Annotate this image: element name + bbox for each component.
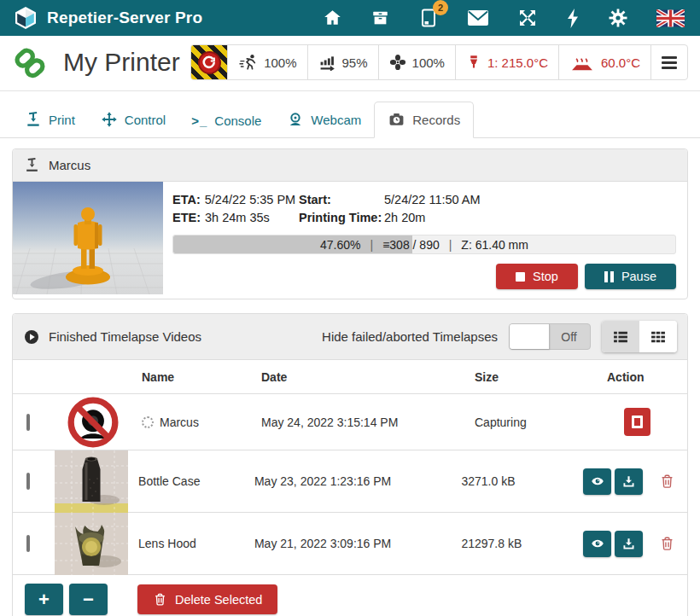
z-height: Z: 61.40 mm [461, 238, 528, 252]
app-logo-icon[interactable] [14, 6, 38, 30]
flow-segment[interactable]: 95% [307, 45, 378, 79]
stop-record-icon [632, 416, 643, 428]
bed-temp-segment[interactable]: 60.0°C [558, 45, 650, 79]
print-jobs-icon[interactable]: 2 [418, 7, 439, 29]
timelapse-size: 3271.0 kB [455, 474, 580, 488]
tab-console-label: Console [214, 113, 261, 128]
download-video-button[interactable] [615, 468, 643, 495]
job-details: ETA:5/24/22 5:35 PM Start:5/24/22 11:50 … [163, 182, 687, 299]
list-view-button[interactable] [602, 321, 639, 352]
hamburger-menu-icon[interactable] [662, 56, 677, 69]
row-checkbox[interactable] [26, 473, 30, 490]
settings-gear-icon[interactable] [608, 8, 628, 28]
top-navbar: Repetier-Server Pro 2 [0, 0, 700, 36]
col-header-action: Action [597, 370, 687, 384]
toggle-knob[interactable] [510, 324, 550, 349]
view-video-button[interactable] [583, 468, 611, 495]
connection-link-icon [12, 46, 48, 78]
view-switcher [602, 321, 677, 352]
timelapse-date: May 24, 2022 3:15:14 PM [255, 416, 469, 429]
ete-value: 3h 24m 35s [205, 209, 270, 227]
printing-time-value: 2h 20m [384, 209, 425, 227]
pause-icon [604, 271, 614, 282]
hide-toggle-label: Hide failed/aborted Timelapses [322, 329, 498, 344]
tab-webcam-label: Webcam [311, 113, 361, 127]
tab-records[interactable]: Records [374, 102, 474, 138]
home-icon[interactable] [323, 9, 342, 27]
row-checkbox[interactable] [26, 535, 30, 552]
grid-view-button[interactable] [639, 321, 677, 352]
printer-menu-segment[interactable] [650, 45, 687, 79]
tab-console[interactable]: >_ Console [178, 105, 274, 137]
grid-view-icon [649, 328, 668, 346]
play-circle-icon [23, 328, 40, 346]
navbar-icon-group: 2 [323, 7, 685, 29]
timelapse-title: Finished Timelapse Videos [49, 329, 201, 344]
language-flag-icon[interactable] [656, 9, 685, 27]
stop-recording-button[interactable] [624, 408, 650, 436]
power-icon[interactable] [566, 8, 580, 29]
app-title: Repetier-Server Pro [47, 9, 202, 27]
tab-webcam[interactable]: Webcam [274, 102, 374, 137]
emergency-stop-segment[interactable] [191, 45, 227, 79]
job-preview-image[interactable] [13, 182, 163, 294]
tab-print[interactable]: Print [12, 102, 88, 137]
delete-video-button[interactable] [659, 535, 675, 552]
job-printer-icon [24, 157, 40, 173]
timelapse-date: May 23, 2022 1:23:16 PM [248, 474, 455, 488]
bed-temp-value: 60.0°C [601, 55, 640, 70]
hide-failed-toggle[interactable]: Off [509, 323, 591, 350]
delete-video-button[interactable] [659, 473, 675, 490]
trash-icon [153, 591, 167, 607]
timelapse-controls: Hide failed/aborted Timelapses Off [322, 321, 677, 352]
archive-box-icon[interactable] [370, 9, 390, 27]
progress-percent: 47.60% [320, 238, 360, 252]
emergency-stop-icon[interactable] [191, 44, 227, 80]
job-name: Marcus [49, 158, 90, 172]
timelapse-table: Name Date Size Action Marcus [13, 360, 687, 575]
eta-value: 5/24/22 5:35 PM [205, 191, 295, 209]
timelapse-name: Lens Hood [132, 537, 248, 550]
col-header-date: Date [255, 370, 469, 384]
view-video-button[interactable] [583, 531, 611, 557]
row-checkbox[interactable] [26, 414, 30, 431]
download-video-button[interactable] [615, 531, 643, 557]
timelapse-size: Capturing [469, 416, 597, 429]
print-tab-icon [25, 111, 42, 128]
webcam-tab-icon [287, 111, 304, 128]
speed-segment[interactable]: 100% [227, 45, 306, 79]
fullscreen-icon[interactable] [517, 8, 538, 28]
toggle-state: Off [548, 324, 590, 349]
speed-runner-icon [238, 54, 258, 71]
stop-icon [516, 272, 525, 282]
deselect-all-button[interactable]: − [69, 584, 108, 615]
download-icon [621, 537, 636, 551]
extruder-temp-segment[interactable]: 1: 215.0°C [455, 45, 558, 79]
select-all-button[interactable]: + [25, 584, 63, 615]
job-panel-body: ETA:5/24/22 5:35 PM Start:5/24/22 11:50 … [13, 182, 687, 299]
bottle-case-thumbnail[interactable] [55, 450, 128, 513]
printer-status-bar: 100% 95% 100% 1: 215.0°C 60.0°C [190, 44, 688, 80]
timelapse-name: Marcus [160, 416, 199, 429]
table-row: Marcus May 24, 2022 3:15:14 PM Capturing [13, 394, 687, 450]
printer-name-title: My Printer [63, 48, 180, 77]
timelapse-size: 21297.8 kB [455, 537, 580, 550]
col-header-size: Size [469, 370, 597, 384]
table-row: Bottle Case May 23, 2022 1:23:16 PM 3271… [13, 450, 687, 513]
lens-hood-thumbnail[interactable] [55, 513, 128, 575]
pause-button[interactable]: Pause [585, 264, 676, 289]
stop-button[interactable]: Stop [496, 264, 578, 289]
tab-control-label: Control [125, 113, 166, 127]
messages-icon[interactable] [467, 9, 489, 26]
eye-icon [589, 537, 606, 550]
speed-value: 100% [264, 55, 296, 70]
capturing-spinner-icon [142, 416, 154, 428]
progress-text: 47.60% | ≡308 / 890 | Z: 61.40 mm [173, 235, 675, 253]
col-header-name: Name [136, 370, 255, 384]
job-buttons: Stop Pause [172, 264, 676, 289]
fan-segment[interactable]: 100% [378, 45, 455, 79]
delete-selected-button[interactable]: Delete Selected [137, 584, 277, 614]
tab-control[interactable]: Control [88, 102, 178, 137]
start-label: Start: [299, 191, 384, 209]
current-job-panel: Marcus [12, 148, 688, 299]
